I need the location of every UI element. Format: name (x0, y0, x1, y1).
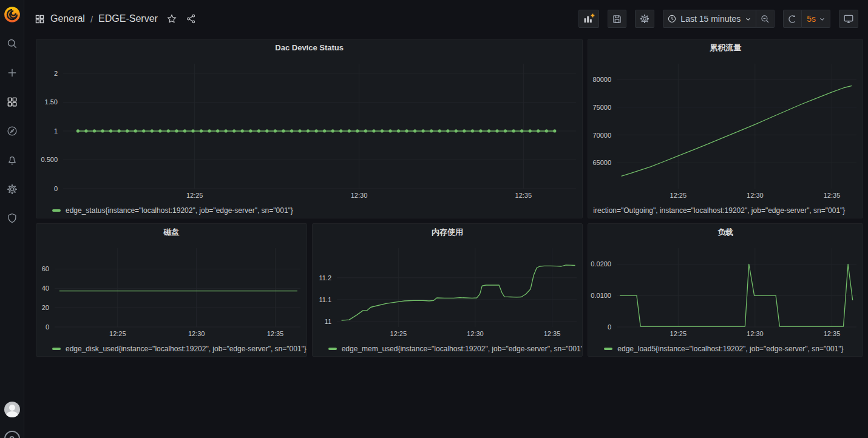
breadcrumb-separator: / (90, 14, 93, 24)
svg-text:12:30: 12:30 (467, 330, 484, 337)
time-range-button[interactable]: Last 15 minutes (663, 10, 756, 28)
legend-series-marker (604, 348, 612, 350)
legend-series-marker (52, 348, 61, 350)
apps-grid-icon (35, 14, 45, 24)
refresh-button[interactable] (783, 10, 802, 28)
gear-icon (639, 13, 650, 24)
svg-text:12:35: 12:35 (824, 330, 841, 337)
user-avatar[interactable] (4, 402, 20, 417)
share-icon (186, 13, 197, 24)
breadcrumb-folder[interactable]: General (50, 13, 85, 24)
svg-text:12:25: 12:25 (186, 192, 203, 199)
time-series-chart[interactable]: 0.02000.0100012:2512:3012:35 (588, 241, 863, 342)
svg-text:12:25: 12:25 (109, 330, 126, 337)
svg-text:12:30: 12:30 (747, 192, 764, 199)
help-icon[interactable]: ? (4, 431, 20, 438)
refresh-sync-icon (787, 14, 798, 24)
svg-text:0: 0 (54, 185, 58, 192)
svg-text:12:35: 12:35 (824, 192, 841, 199)
compass-explore-icon (6, 125, 18, 137)
svg-text:20: 20 (42, 304, 49, 311)
legend[interactable]: edge_disk_used{instance="localhost:19202… (36, 342, 307, 356)
panel-title[interactable]: 磁盘 (36, 224, 307, 241)
bell-alerting-icon (6, 154, 18, 166)
panel-title[interactable]: 负载 (588, 224, 863, 241)
breadcrumb: General / EDGE-Server (35, 13, 158, 24)
zoom-out-button[interactable] (756, 10, 775, 28)
legend-series-label[interactable]: edge_status{instance="localhost:19202", … (66, 206, 293, 215)
panel-row-1: Dac Device Status 21.5010.500012:2512:30… (36, 39, 863, 218)
dashboard-toolbar: Last 15 minutes 5s (578, 10, 858, 28)
legend-series-label[interactable]: edge_disk_used{instance="localhost:19202… (66, 345, 307, 353)
panel-cumulative-traffic: 累积流量 8000075000700006500012:2512:3012:35… (588, 39, 863, 218)
panel-title[interactable]: 累积流量 (588, 39, 863, 56)
panel-row-2: 磁盘 604020012:2512:3012:35 edge_disk_used… (36, 223, 863, 357)
grafana-logo[interactable] (0, 0, 24, 29)
kiosk-mode-button[interactable] (839, 10, 858, 28)
legend-series-label[interactable]: irection="Outgoing", instance="localhost… (593, 206, 845, 215)
panel-title[interactable]: Dac Device Status (36, 39, 582, 56)
legend[interactable]: edge_mem_used{instance="localhost:19202"… (313, 342, 583, 356)
svg-text:12:25: 12:25 (390, 330, 407, 337)
search-icon (6, 38, 18, 50)
star-icon (166, 13, 177, 24)
chevron-down-icon (744, 15, 752, 23)
favorite-star-button[interactable] (166, 13, 177, 24)
svg-text:12:35: 12:35 (515, 192, 532, 199)
legend-series-label[interactable]: edge_load5{instance="localhost:19202", j… (617, 345, 843, 353)
legend-series-marker (328, 348, 337, 350)
svg-text:11: 11 (324, 318, 331, 325)
time-series-chart[interactable]: 604020012:2512:3012:35 (36, 241, 307, 342)
sidebar-item-dashboards[interactable] (0, 87, 24, 116)
save-dashboard-button[interactable] (608, 10, 626, 28)
share-dashboard-button[interactable] (186, 13, 197, 24)
svg-text:2: 2 (54, 70, 58, 77)
svg-text:40: 40 (42, 285, 49, 292)
svg-text:0.0100: 0.0100 (591, 292, 612, 299)
sidebar-item-configuration[interactable] (0, 175, 24, 204)
breadcrumb-dashboard-title[interactable]: EDGE-Server (98, 13, 158, 24)
svg-text:12:35: 12:35 (543, 330, 560, 337)
refresh-interval-button[interactable]: 5s (802, 10, 830, 28)
svg-text:12:35: 12:35 (267, 330, 284, 337)
legend[interactable]: edge_status{instance="localhost:19202", … (36, 203, 582, 218)
svg-text:12:30: 12:30 (188, 330, 205, 337)
panel-title[interactable]: 内存使用 (313, 224, 583, 241)
clock-icon (667, 14, 677, 24)
svg-text:1.50: 1.50 (45, 98, 58, 106)
plus-icon (6, 67, 18, 79)
svg-text:11.2: 11.2 (319, 274, 331, 281)
svg-text:0: 0 (608, 323, 611, 331)
svg-text:75000: 75000 (593, 104, 612, 111)
sidebar-item-alerting[interactable] (0, 146, 24, 175)
panel-dac-device-status: Dac Device Status 21.5010.500012:2512:30… (36, 39, 583, 218)
shield-admin-icon (6, 212, 18, 224)
time-range-label: Last 15 minutes (680, 14, 741, 24)
sidebar-item-create[interactable] (0, 58, 24, 87)
sidebar-item-server-admin[interactable] (0, 204, 24, 233)
svg-text:11.1: 11.1 (319, 296, 331, 303)
svg-text:70000: 70000 (593, 132, 612, 139)
svg-text:0.0200: 0.0200 (591, 260, 612, 268)
legend[interactable]: irection="Outgoing", instance="localhost… (588, 203, 863, 218)
sidebar-item-search[interactable] (0, 29, 24, 58)
sidebar-item-explore[interactable] (0, 116, 24, 146)
time-picker-group: Last 15 minutes (663, 10, 775, 28)
panel-load: 负载 0.02000.0100012:2512:3012:35 edge_loa… (588, 223, 863, 357)
tv-monitor-icon (843, 13, 854, 24)
dashboards-grid-icon (6, 96, 18, 108)
time-series-chart[interactable]: 8000075000700006500012:2512:3012:35 (588, 56, 863, 203)
panel-memory-usage: 内存使用 11.211.11112:2512:3012:35 edge_mem_… (312, 223, 583, 357)
svg-text:60: 60 (42, 265, 49, 272)
add-panel-icon (583, 13, 595, 25)
add-panel-button[interactable] (578, 10, 599, 28)
legend-series-label[interactable]: edge_mem_used{instance="localhost:19202"… (342, 345, 583, 353)
dashboard-settings-button[interactable] (635, 10, 654, 28)
svg-text:12:25: 12:25 (670, 192, 687, 199)
svg-text:12:30: 12:30 (747, 330, 764, 337)
time-series-chart[interactable]: 11.211.11112:2512:3012:35 (313, 241, 583, 342)
legend[interactable]: edge_load5{instance="localhost:19202", j… (588, 342, 863, 356)
refresh-interval-value: 5s (807, 14, 816, 24)
time-series-chart[interactable]: 21.5010.500012:2512:3012:35 (36, 56, 582, 203)
refresh-picker-group: 5s (783, 10, 830, 28)
